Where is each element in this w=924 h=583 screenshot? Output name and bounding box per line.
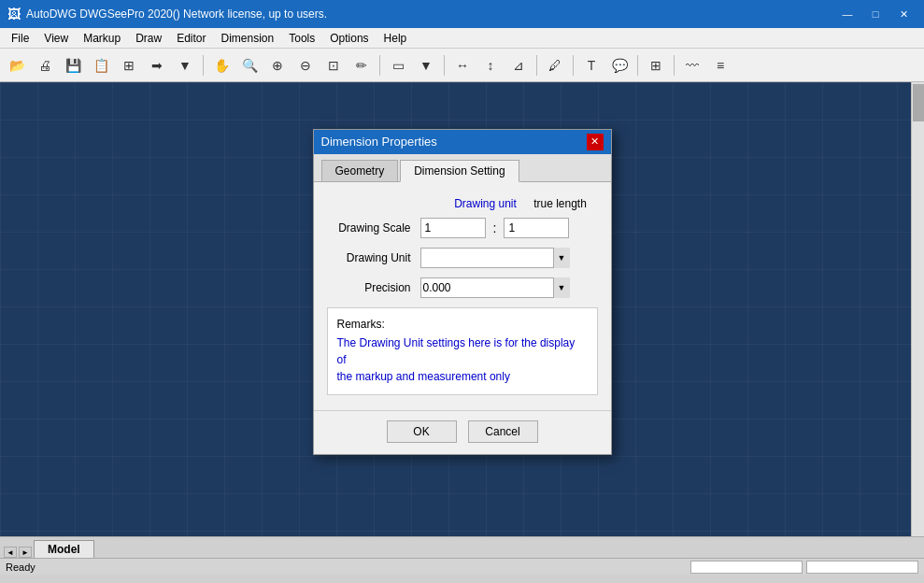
precision-row: Precision 0 0.0 0.00 0.000 0.0000 ▼ <box>327 277 598 298</box>
precision-select-wrapper: 0 0.0 0.00 0.000 0.0000 ▼ <box>420 277 570 298</box>
dialog-body: Drawing unit true length Drawing Scale :… <box>314 182 611 410</box>
remarks-text: The Drawing Unit settings here is for th… <box>337 334 588 385</box>
remarks-section: Remarks: The Drawing Unit settings here … <box>327 307 598 395</box>
drawing-scale-input2[interactable] <box>504 218 569 238</box>
dialog-title: Dimension Properties <box>321 135 437 149</box>
precision-select[interactable]: 0 0.0 0.00 0.000 0.0000 <box>420 277 570 298</box>
dimension-properties-dialog: Dimension Properties ✕ Geometry Dimensio… <box>313 129 612 455</box>
scale-separator: : <box>493 220 497 235</box>
dialog-footer: OK Cancel <box>314 410 611 454</box>
modal-overlay: Dimension Properties ✕ Geometry Dimensio… <box>0 0 924 583</box>
col-drawing-unit: Drawing unit <box>448 197 523 210</box>
column-headers: Drawing unit true length <box>327 197 598 210</box>
drawing-unit-select-wrapper: Inches Feet Millimeters Centimeters Mete… <box>420 248 570 268</box>
dialog-tabs: Geometry Dimension Setting <box>314 154 611 182</box>
drawing-scale-input1[interactable] <box>420 218 486 238</box>
drawing-unit-row: Drawing Unit Inches Feet Millimeters Cen… <box>327 248 598 268</box>
drawing-scale-row: Drawing Scale : <box>327 218 598 238</box>
remarks-label: Remarks: <box>337 318 588 331</box>
col-true-length: true length <box>523 197 598 210</box>
dialog-close-button[interactable]: ✕ <box>587 134 604 150</box>
tab-geometry[interactable]: Geometry <box>321 160 399 181</box>
drawing-unit-label: Drawing Unit <box>327 251 420 264</box>
dialog-titlebar: Dimension Properties ✕ <box>314 130 611 154</box>
cancel-button[interactable]: Cancel <box>468 420 538 443</box>
drawing-scale-label: Drawing Scale <box>327 221 420 235</box>
ok-button[interactable]: OK <box>387 420 457 443</box>
tab-dimension-setting[interactable]: Dimension Setting <box>400 160 519 182</box>
precision-label: Precision <box>327 281 420 294</box>
drawing-unit-select[interactable]: Inches Feet Millimeters Centimeters Mete… <box>420 248 570 268</box>
